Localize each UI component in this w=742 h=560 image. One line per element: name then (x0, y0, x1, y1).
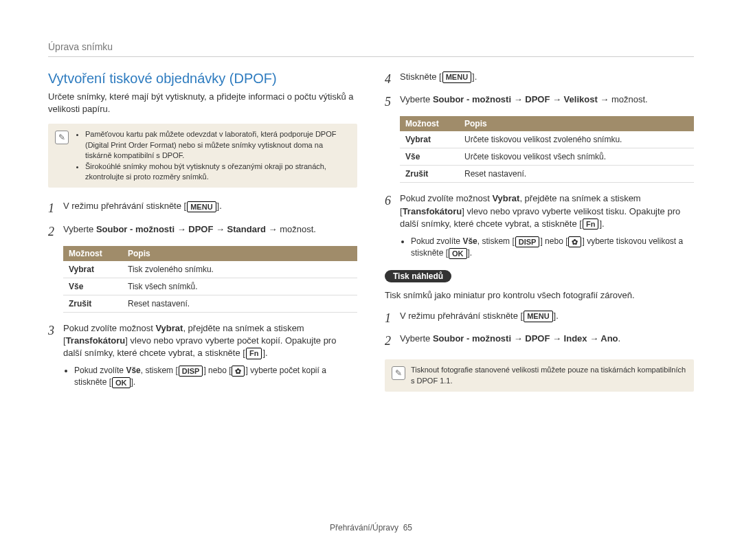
bullet-item: Pokud zvolíte Vše, stiskem [DISP] nebo [… (411, 236, 694, 259)
note-box: ✎ Paměťovou kartu pak můžete odevzdat v … (48, 124, 357, 188)
step-number: 3 (48, 322, 63, 360)
table-header-desc: Popis (122, 246, 357, 261)
content-columns: Vytvoření tiskové objednávky (DPOF) Urče… (48, 71, 694, 516)
menu-button-icon: MENU (442, 71, 471, 82)
table-row: ZrušitReset nastavení. (400, 166, 694, 183)
step-1: 1 V režimu přehrávání stiskněte [MENU]. (48, 200, 357, 217)
page-number: 65 (403, 523, 412, 533)
sub-bullet: Pokud zvolíte Vše, stiskem [DISP] nebo [… (63, 365, 357, 388)
disp-button-icon: DISP (179, 366, 203, 377)
page-header: Úprava snímku (48, 41, 694, 57)
table-header-option: Možnost (400, 116, 459, 131)
fn-button-icon: Fn (246, 348, 262, 359)
section-title: Vytvoření tiskové objednávky (DPOF) (48, 71, 357, 87)
table-header-option: Možnost (63, 246, 122, 261)
options-table: Možnost Popis VybratUrčete tiskovou veli… (400, 116, 694, 183)
note-item: Širokoúhlé snímky mohou být vytisknuty s… (85, 161, 350, 183)
step-number: 5 (385, 93, 400, 111)
step-3: 3 Pokud zvolíte možnost Vybrat, přejděte… (48, 322, 357, 360)
macro-button-icon: ✿ (232, 366, 245, 377)
note-list: Paměťovou kartu pak můžete odevzdat v la… (74, 129, 350, 182)
left-column: Vytvoření tiskové objednávky (DPOF) Urče… (48, 71, 357, 516)
disp-button-icon: DISP (515, 236, 540, 247)
ok-button-icon: OK (112, 377, 131, 388)
table-row: VšeUrčete tiskovou velikost všech snímků… (400, 148, 694, 166)
note-icon: ✎ (392, 366, 405, 380)
ok-button-icon: OK (449, 248, 467, 259)
options-table: Možnost Popis VybratTisk zvoleného snímk… (63, 246, 357, 313)
note-item: Paměťovou kartu pak můžete odevzdat v la… (85, 129, 350, 161)
note-icon: ✎ (55, 131, 69, 144)
note-box: ✎ Tisknout fotografie stanovené velikost… (385, 359, 694, 392)
step-number: 1 (48, 200, 63, 217)
step-5: 5 Vyberte Soubor - možnosti → DPOF → Vel… (385, 93, 694, 111)
note-text: Tisknout fotografie stanovené velikosti … (411, 365, 687, 386)
macro-button-icon: ✿ (568, 236, 581, 247)
step-body: V režimu přehrávání stiskněte [MENU]. (63, 200, 357, 217)
step-2: 2 Vyberte Soubor - možnosti → DPOF → Sta… (48, 223, 357, 240)
table-header-desc: Popis (459, 116, 694, 131)
subsection-title: Tisk náhledů (385, 270, 451, 282)
sub-bullet: Pokud zvolíte Vše, stiskem [DISP] nebo [… (400, 236, 694, 259)
fn-button-icon: Fn (583, 219, 598, 229)
step-body: V režimu přehrávání stiskněte [MENU]. (400, 310, 694, 327)
step-number: 2 (48, 223, 63, 240)
table-row: VybratUrčete tiskovou velikost zvoleného… (400, 131, 694, 148)
menu-button-icon: MENU (187, 201, 216, 212)
menu-button-icon: MENU (524, 311, 552, 322)
footer-label: Přehrávání/Úpravy (330, 523, 398, 533)
step-number: 6 (385, 192, 400, 230)
step-body: Vyberte Soubor - možnosti → DPOF → Index… (400, 333, 694, 350)
step-number: 4 (385, 71, 400, 88)
manual-page: Úprava snímku Vytvoření tiskové objednáv… (0, 0, 742, 560)
right-column: 4 Stiskněte [MENU]. 5 Vyberte Soubor - m… (385, 71, 694, 516)
step-body: Pokud zvolíte možnost Vybrat, přejděte n… (400, 192, 694, 230)
subsection-text: Tisk snímků jako miniatur pro kontrolu v… (385, 289, 694, 302)
intro-text: Určete snímky, které mají být vytisknuty… (48, 91, 357, 115)
page-footer: Přehrávání/Úpravy 65 (48, 523, 694, 533)
index-step-2: 2 Vyberte Soubor - možnosti → DPOF → Ind… (385, 333, 694, 350)
step-body: Stiskněte [MENU]. (400, 71, 694, 88)
bullet-item: Pokud zvolíte Vše, stiskem [DISP] nebo [… (74, 365, 357, 388)
table-row: VybratTisk zvoleného snímku. (63, 261, 357, 278)
step-body: Vyberte Soubor - možnosti → DPOF → Velik… (400, 93, 694, 111)
table-row: ZrušitReset nastavení. (63, 295, 357, 312)
step-body: Pokud zvolíte možnost Vybrat, přejděte n… (63, 322, 357, 360)
step-number: 2 (385, 333, 400, 350)
step-6: 6 Pokud zvolíte možnost Vybrat, přejděte… (385, 192, 694, 230)
index-step-1: 1 V režimu přehrávání stiskněte [MENU]. (385, 310, 694, 327)
step-number: 1 (385, 310, 400, 327)
step-body: Vyberte Soubor - možnosti → DPOF → Stand… (63, 223, 357, 240)
step-4: 4 Stiskněte [MENU]. (385, 71, 694, 88)
table-row: VšeTisk všech snímků. (63, 278, 357, 295)
